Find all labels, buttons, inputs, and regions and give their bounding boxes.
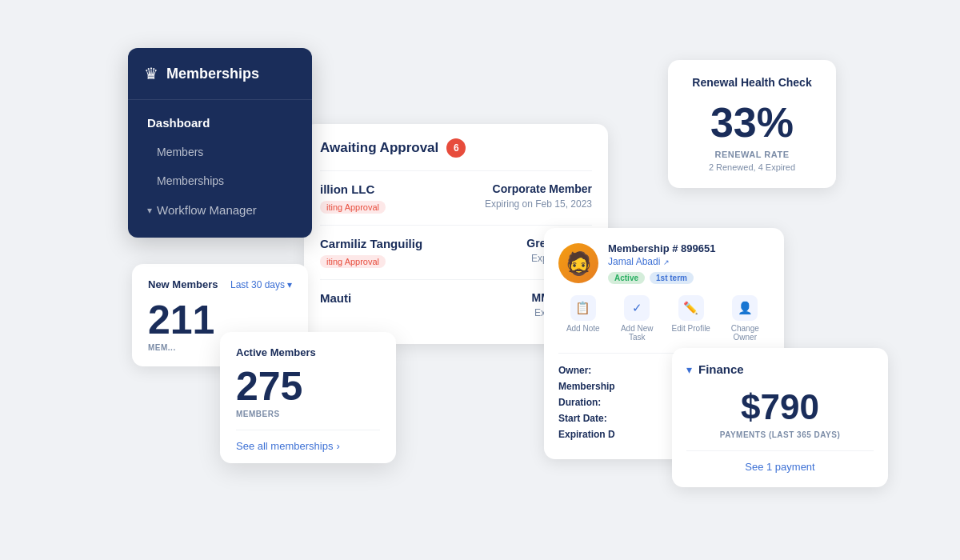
add-task-button[interactable]: ✓ Add New Task: [613, 295, 662, 342]
membership-number: Membership # 899651: [608, 242, 715, 254]
sidebar-item-memberships[interactable]: Memberships: [128, 166, 312, 195]
expiration-label: Expiration D: [558, 429, 622, 440]
profile-badges: Active 1st term: [608, 272, 715, 284]
awaiting-name-1: illion LLC: [320, 182, 386, 196]
edit-profile-icon: ✏️: [678, 295, 704, 321]
awaiting-row-1[interactable]: illion LLC iting Approval Corporate Memb…: [320, 170, 592, 225]
awaiting-badge: 6: [446, 138, 466, 158]
change-owner-label: Change Owner: [721, 324, 770, 342]
add-note-button[interactable]: 📋 Add Note: [558, 295, 608, 342]
add-task-label: Add New Task: [613, 324, 662, 342]
renewal-percent: 33%: [684, 102, 820, 143]
last-days-select[interactable]: Last 30 days ▾: [230, 279, 292, 290]
finance-amount: $790: [686, 387, 874, 427]
renewal-sub: 2 Renewed, 4 Expired: [684, 162, 820, 172]
nav-brand-label: Memberships: [166, 66, 259, 82]
change-owner-button[interactable]: 👤 Change Owner: [721, 295, 770, 342]
active-members-label: MEMBERS: [236, 410, 380, 418]
edit-profile-button[interactable]: ✏️ Edit Profile: [666, 295, 716, 342]
member-name-link[interactable]: Jamal Abadi ↗: [608, 256, 715, 267]
add-note-icon: 📋: [570, 295, 596, 321]
nav-brand: ♛ Memberships: [128, 64, 312, 100]
renewal-rate-label: RENEWAL RATE: [684, 150, 820, 159]
active-badge: Active: [608, 272, 645, 284]
awaiting-name-2: Carmiliz Tanguilig: [320, 237, 422, 250]
awaiting-row-left-2: Carmiliz Tanguilig iting Approval: [320, 237, 422, 268]
membership-label: Membership: [558, 381, 622, 392]
change-owner-icon: 👤: [732, 295, 758, 321]
edit-profile-label: Edit Profile: [672, 324, 710, 333]
see-all-memberships-link[interactable]: See all memberships ›: [236, 430, 380, 452]
finance-header: ▾ Finance: [686, 362, 874, 376]
awaiting-status-2: iting Approval: [320, 255, 386, 268]
finance-card: ▾ Finance $790 PAYMENTS (LAST 365 DAYS) …: [672, 348, 888, 487]
finance-chevron-icon: ▾: [686, 363, 692, 376]
finance-title: Finance: [698, 362, 744, 376]
awaiting-name-3: Mauti: [320, 291, 351, 305]
awaiting-status-1: iting Approval: [320, 201, 386, 214]
renewal-title: Renewal Health Check: [684, 76, 820, 89]
profile-actions: 📋 Add Note ✓ Add New Task ✏️ Edit Profil…: [558, 295, 770, 354]
awaiting-header: Awaiting Approval 6: [320, 138, 592, 158]
awaiting-row-left-3: Mauti: [320, 291, 351, 308]
avatar-image: 🧔: [565, 250, 593, 277]
awaiting-title: Awaiting Approval: [320, 140, 438, 156]
chevron-icon: ▾: [147, 205, 152, 216]
owner-label: Owner:: [558, 365, 622, 376]
awaiting-exp-1: Expiring on Feb 15, 2023: [485, 198, 592, 210]
add-note-label: Add Note: [566, 324, 600, 333]
awaiting-row-left: illion LLC iting Approval: [320, 182, 386, 214]
new-members-header: New Members Last 30 days ▾: [148, 278, 292, 290]
profile-top: 🧔 Membership # 899651 Jamal Abadi ↗ Acti…: [558, 242, 770, 284]
sidebar-item-dashboard[interactable]: Dashboard: [128, 108, 312, 138]
renewal-health-card: Renewal Health Check 33% RENEWAL RATE 2 …: [668, 60, 836, 188]
finance-payments-label: PAYMENTS (LAST 365 DAYS): [686, 430, 874, 439]
scene: ♛ Memberships Dashboard Members Membersh…: [0, 0, 960, 560]
active-members-card: Active Members 275 MEMBERS See all membe…: [220, 332, 396, 463]
chevron-down-icon: ▾: [287, 279, 292, 290]
nav-menu: ♛ Memberships Dashboard Members Membersh…: [128, 48, 312, 238]
add-task-icon: ✓: [624, 295, 650, 321]
chevron-right-icon: ›: [336, 440, 339, 452]
sidebar-item-workflow[interactable]: ▾ Workflow Manager: [128, 195, 312, 225]
see-payment-link[interactable]: See 1 payment: [686, 450, 874, 473]
new-members-title: New Members: [148, 278, 218, 290]
start-date-label: Start Date:: [558, 413, 622, 424]
sidebar-item-members[interactable]: Members: [128, 138, 312, 166]
profile-info: Membership # 899651 Jamal Abadi ↗ Active…: [608, 242, 715, 284]
avatar: 🧔: [558, 243, 598, 283]
active-members-count: 275: [236, 366, 380, 406]
term-badge: 1st term: [650, 272, 694, 284]
awaiting-row-right-1: Corporate Member Expiring on Feb 15, 202…: [485, 182, 592, 210]
crown-icon: ♛: [144, 64, 158, 83]
active-members-title: Active Members: [236, 346, 380, 358]
awaiting-type-1: Corporate Member: [485, 182, 592, 195]
duration-label: Duration:: [558, 397, 622, 408]
